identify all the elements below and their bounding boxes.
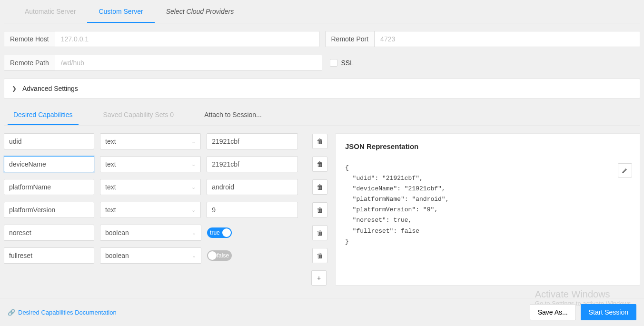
capability-row: text ⌄ 🗑 (4, 133, 327, 149)
advanced-settings-header[interactable]: ❯ Advanced Settings (4, 79, 640, 98)
start-session-button[interactable]: Start Session (581, 304, 636, 320)
footer: 🔗 Desired Capabilities Documentation Sav… (0, 298, 644, 326)
cap-boolean-toggle[interactable]: true (207, 227, 232, 238)
doc-link[interactable]: 🔗 Desired Capabilities Documentation (8, 309, 117, 316)
cap-type-value: text (105, 183, 116, 191)
remote-host-label: Remote Host (4, 31, 55, 47)
plus-icon: + (317, 274, 321, 282)
tab-custom-server[interactable]: Custom Server (87, 0, 154, 23)
cap-type-value: boolean (105, 229, 129, 237)
server-tabs: Automatic Server Custom Server Select Cl… (4, 0, 640, 23)
delete-button[interactable]: 🗑 (312, 202, 327, 217)
json-title: JSON Representation (345, 142, 630, 150)
cap-name-input[interactable] (4, 202, 94, 218)
chevron-down-icon: ⌄ (191, 161, 196, 168)
capability-row: boolean ⌄ true 🗑 (4, 225, 327, 241)
doc-link-label: Desired Capabilities Documentation (18, 309, 117, 316)
cap-value-input[interactable] (207, 133, 298, 149)
link-icon: 🔗 (8, 309, 15, 316)
tab-saved-sets[interactable]: Saved Capability Sets 0 (98, 106, 180, 125)
remote-path-label: Remote Path (4, 55, 55, 70)
cap-name-input[interactable] (4, 247, 94, 264)
cap-name-input[interactable] (4, 133, 94, 149)
chevron-down-icon: ⌄ (192, 230, 196, 236)
remote-path-input[interactable] (55, 55, 322, 70)
trash-icon: 🗑 (317, 183, 323, 191)
cap-type-value: text (105, 206, 116, 214)
chevron-down-icon: ⌄ (192, 253, 196, 259)
trash-icon: 🗑 (317, 252, 323, 259)
tab-desired-capabilities[interactable]: Desired Capabilities (8, 106, 79, 125)
edit-json-button[interactable] (618, 163, 632, 178)
capability-row: text ⌄ 🗑 (4, 179, 327, 195)
tab-automatic-server[interactable]: Automatic Server (13, 0, 87, 23)
cap-type-select[interactable]: boolean ⌄ (100, 247, 201, 264)
trash-icon: 🗑 (317, 229, 323, 237)
json-text: { "udid": "21921cbf", "deviceName": "219… (345, 163, 630, 247)
chevron-down-icon: ⌄ (191, 207, 196, 213)
remote-port-label: Remote Port (326, 31, 375, 47)
json-panel: JSON Representation { "udid": "21921cbf"… (335, 133, 640, 286)
delete-button[interactable]: 🗑 (312, 225, 327, 240)
capability-row: text ⌄ 🗑 (4, 202, 327, 218)
tab-cloud-providers[interactable]: Select Cloud Providers (155, 0, 245, 23)
cap-type-select[interactable]: text ⌄ (100, 133, 201, 149)
delete-button[interactable]: 🗑 (312, 179, 327, 195)
cap-value-input[interactable] (207, 156, 298, 172)
ssl-label: SSL (341, 59, 354, 67)
trash-icon: 🗑 (317, 160, 323, 168)
toggle-knob (222, 228, 231, 237)
delete-button[interactable]: 🗑 (312, 248, 327, 263)
trash-icon: 🗑 (317, 138, 323, 145)
toggle-label: false (217, 252, 229, 259)
cap-type-value: boolean (105, 252, 129, 259)
capability-tabs: Desired Capabilities Saved Capability Se… (4, 106, 640, 126)
toggle-knob (208, 251, 217, 260)
trash-icon: 🗑 (317, 206, 323, 214)
cap-type-select[interactable]: text ⌄ (100, 156, 201, 172)
ssl-checkbox[interactable] (330, 59, 337, 67)
remote-host-input[interactable] (55, 31, 319, 47)
cap-type-select[interactable]: boolean ⌄ (100, 225, 201, 241)
tab-attach-session[interactable]: Attach to Session... (198, 106, 268, 125)
chevron-down-icon: ⌄ (191, 184, 196, 190)
remote-port-input[interactable] (375, 31, 640, 47)
save-as-button[interactable]: Save As... (530, 304, 576, 320)
add-capability-button[interactable]: + (311, 270, 327, 286)
capabilities-list: text ⌄ 🗑 text ⌄ 🗑 text ⌄ 🗑 (4, 133, 327, 286)
chevron-right-icon: ❯ (12, 85, 17, 92)
cap-value-input[interactable] (207, 179, 298, 195)
remote-host-group: Remote Host (4, 31, 319, 47)
advanced-settings-panel: ❯ Advanced Settings (4, 79, 640, 99)
cap-type-value: text (105, 138, 116, 145)
chevron-down-icon: ⌄ (191, 138, 196, 145)
cap-type-select[interactable]: text ⌄ (100, 179, 201, 195)
cap-name-input[interactable] (4, 225, 94, 241)
remote-port-group: Remote Port (325, 31, 641, 47)
cap-value-input[interactable] (207, 202, 298, 218)
delete-button[interactable]: 🗑 (312, 134, 327, 149)
cap-boolean-toggle[interactable]: false (207, 250, 232, 261)
cap-type-value: text (105, 160, 116, 168)
cap-name-input[interactable] (4, 156, 94, 172)
content-area: text ⌄ 🗑 text ⌄ 🗑 text ⌄ 🗑 (0, 126, 644, 286)
pencil-icon (622, 167, 628, 174)
capability-row: text ⌄ 🗑 (4, 156, 327, 172)
ssl-field: SSL (328, 55, 356, 71)
capability-row: boolean ⌄ false 🗑 (4, 247, 327, 264)
remote-path-group: Remote Path (4, 55, 322, 71)
toggle-label: true (210, 229, 220, 236)
cap-name-input[interactable] (4, 179, 94, 195)
cap-type-select[interactable]: text ⌄ (100, 202, 201, 218)
delete-button[interactable]: 🗑 (312, 157, 327, 172)
advanced-settings-label: Advanced Settings (22, 85, 78, 92)
